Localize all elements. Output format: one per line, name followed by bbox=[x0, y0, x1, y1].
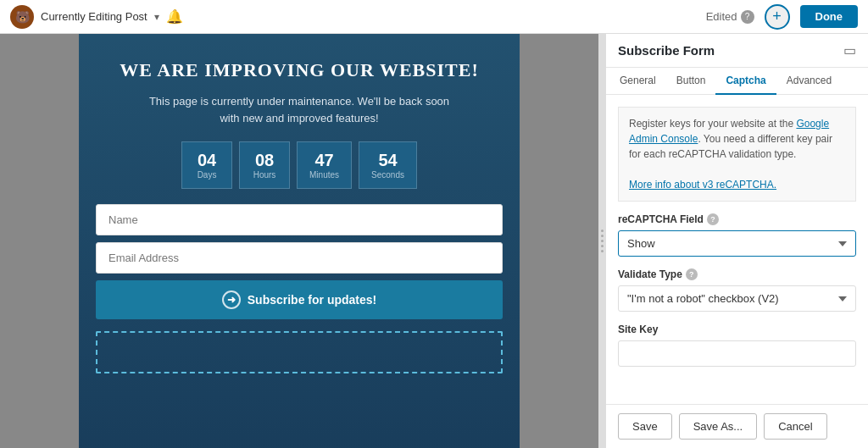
recaptcha-field-label: reCAPTCHA Field ? bbox=[618, 213, 856, 225]
edited-status: Edited ? bbox=[706, 10, 754, 24]
countdown-days: 04 Days bbox=[181, 141, 232, 189]
topbar-title: Currently Editing Post bbox=[41, 10, 147, 23]
name-input[interactable] bbox=[96, 204, 503, 235]
topbar-right: Edited ? + Done bbox=[706, 4, 858, 30]
recaptcha-field-help-icon[interactable]: ? bbox=[707, 213, 719, 225]
preview-title: We Are Improving Our Website! bbox=[120, 59, 478, 81]
countdown-seconds-value: 54 bbox=[371, 151, 404, 170]
info-box: Register keys for your website at the Go… bbox=[618, 107, 856, 202]
site-key-label: Site Key bbox=[618, 324, 856, 335]
info-text-1: Register keys for your website at the bbox=[629, 118, 796, 130]
edited-label: Edited bbox=[706, 10, 737, 23]
subscribe-button[interactable]: ➜ Subscribe for updates! bbox=[96, 280, 503, 319]
panel-body: Register keys for your website at the Go… bbox=[606, 95, 868, 404]
save-as-button[interactable]: Save As... bbox=[679, 413, 758, 440]
validate-type-select[interactable]: "I'm not a robot" checkbox (V2) Invisibl… bbox=[618, 285, 856, 312]
validate-type-help-icon[interactable]: ? bbox=[686, 268, 698, 280]
preview-subtitle: This page is currently under maintenance… bbox=[149, 93, 449, 126]
panel-footer: Save Save As... Cancel bbox=[606, 404, 868, 448]
panel-header: Subscribe Form ▭ bbox=[606, 34, 868, 68]
site-key-label-text: Site Key bbox=[618, 324, 658, 335]
countdown-hours-value: 08 bbox=[252, 151, 277, 170]
resize-dot bbox=[601, 230, 604, 232]
canvas-area: We Are Improving Our Website! This page … bbox=[0, 34, 598, 448]
recaptcha-field-select[interactable]: Show Hide bbox=[618, 230, 856, 257]
email-input[interactable] bbox=[96, 242, 503, 274]
arrow-circle-icon: ➜ bbox=[222, 290, 241, 309]
topbar: 🐻 Currently Editing Post ▾ 🔔 Edited ? + … bbox=[0, 0, 868, 34]
tab-general[interactable]: General bbox=[609, 68, 666, 95]
countdown-seconds-label: Seconds bbox=[371, 170, 404, 180]
countdown-hours: 08 Hours bbox=[239, 141, 290, 189]
preview-content: We Are Improving Our Website! This page … bbox=[96, 59, 503, 373]
edited-help-icon[interactable]: ? bbox=[741, 10, 754, 24]
countdown: 04 Days 08 Hours 47 Minutes 54 bbox=[181, 141, 417, 189]
right-panel: Subscribe Form ▭ General Button Captcha … bbox=[605, 34, 868, 448]
panel-tabs: General Button Captcha Advanced bbox=[606, 68, 868, 95]
countdown-minutes-value: 47 bbox=[309, 151, 339, 170]
main-area: We Are Improving Our Website! This page … bbox=[0, 34, 868, 448]
resize-dot bbox=[601, 250, 604, 252]
countdown-minutes: 47 Minutes bbox=[297, 141, 352, 189]
v3-recaptcha-info-link[interactable]: More info about v3 reCAPTCHA. bbox=[629, 179, 776, 191]
countdown-minutes-label: Minutes bbox=[309, 170, 339, 180]
tab-captcha[interactable]: Captcha bbox=[715, 68, 776, 95]
recaptcha-field-label-text: reCAPTCHA Field bbox=[618, 213, 704, 225]
tab-button[interactable]: Button bbox=[666, 68, 716, 95]
cancel-button[interactable]: Cancel bbox=[764, 413, 826, 440]
countdown-days-label: Days bbox=[194, 170, 220, 180]
canvas-inner: We Are Improving Our Website! This page … bbox=[0, 34, 598, 448]
tab-advanced[interactable]: Advanced bbox=[776, 68, 842, 95]
resize-dot bbox=[601, 245, 604, 247]
minimize-icon[interactable]: ▭ bbox=[843, 42, 856, 67]
page-preview: We Are Improving Our Website! This page … bbox=[79, 34, 520, 448]
app-logo-icon: 🐻 bbox=[10, 5, 34, 29]
topbar-left: 🐻 Currently Editing Post ▾ 🔔 bbox=[10, 5, 183, 29]
add-button[interactable]: + bbox=[765, 4, 790, 30]
subscribe-label: Subscribe for updates! bbox=[248, 293, 376, 307]
countdown-hours-label: Hours bbox=[252, 170, 277, 180]
panel-title: Subscribe Form bbox=[618, 43, 715, 66]
resize-dot bbox=[601, 240, 604, 242]
countdown-days-value: 04 bbox=[194, 151, 220, 170]
selection-box bbox=[96, 331, 503, 373]
save-button[interactable]: Save bbox=[618, 413, 672, 440]
site-key-input[interactable] bbox=[618, 340, 856, 367]
resize-handle[interactable] bbox=[598, 34, 605, 448]
countdown-seconds: 54 Seconds bbox=[359, 141, 417, 189]
validate-type-label: Validate Type ? bbox=[618, 268, 856, 280]
done-button[interactable]: Done bbox=[800, 5, 859, 28]
validate-type-label-text: Validate Type bbox=[618, 268, 682, 280]
resize-dot bbox=[601, 235, 604, 237]
resize-dots bbox=[601, 230, 604, 252]
bell-icon[interactable]: 🔔 bbox=[166, 8, 183, 25]
chevron-down-icon[interactable]: ▾ bbox=[154, 11, 159, 23]
